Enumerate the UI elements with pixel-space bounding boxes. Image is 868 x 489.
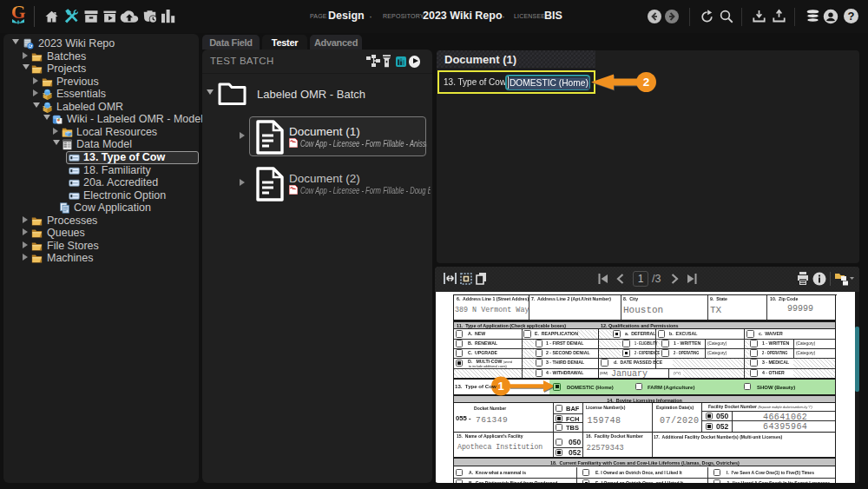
svg-text:1: 1 <box>497 380 503 393</box>
svg-text:2: 2 <box>643 76 650 89</box>
